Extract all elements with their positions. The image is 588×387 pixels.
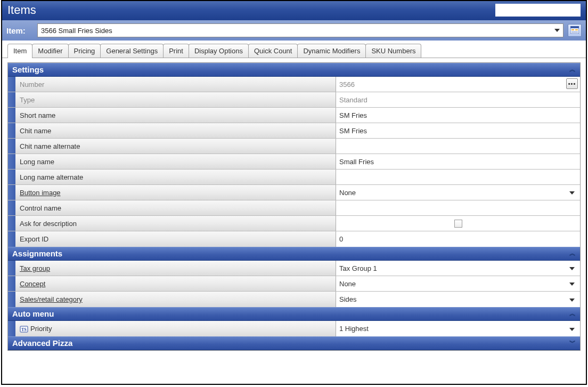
label-type: Type — [15, 92, 336, 107]
collapse-icon: ︽ — [569, 252, 576, 255]
value-chit-name[interactable]: SM Fries — [336, 123, 580, 138]
item-selector-row: Item: 3566 Small Fries Sides — [2, 20, 586, 41]
value-long-name[interactable]: Small Fries — [336, 154, 580, 169]
row-indicator — [8, 123, 15, 138]
row-indicator — [8, 139, 15, 154]
label-tax-group[interactable]: Tax group — [15, 261, 336, 276]
items-window: Items Item: 3566 Small Fries Sides Item … — [1, 0, 587, 385]
row-indicator — [8, 92, 15, 107]
label-control-name: Control name — [15, 200, 336, 215]
label-ask-for-description: Ask for description — [15, 216, 336, 231]
row-indicator — [8, 321, 15, 336]
titlebar: Items — [2, 1, 586, 20]
row-indicator — [8, 154, 15, 169]
tab-general-settings[interactable]: General Settings — [100, 44, 164, 58]
row-number: Number 3566 ••• — [8, 77, 580, 92]
row-indicator — [8, 261, 15, 276]
section-settings-header[interactable]: Settings ︽ — [8, 63, 580, 77]
section-settings-title: Settings — [12, 65, 569, 74]
row-long-name-alternate: Long name alternate — [8, 170, 580, 185]
chevron-down-icon — [569, 299, 575, 302]
collapse-icon: ︽ — [569, 312, 576, 316]
value-tax-group[interactable]: Tax Group 1 — [336, 261, 580, 276]
label-button-image[interactable]: Button image — [15, 185, 336, 200]
chevron-down-icon — [569, 328, 575, 331]
row-indicator — [8, 108, 15, 123]
value-number[interactable]: 3566 ••• — [336, 77, 580, 92]
row-indicator — [8, 292, 15, 307]
ask-description-checkbox[interactable] — [454, 220, 462, 228]
row-indicator — [8, 276, 15, 291]
row-indicator — [8, 200, 15, 215]
collapse-icon: ︽ — [569, 68, 576, 71]
label-concept[interactable]: Concept — [15, 276, 336, 291]
titlebar-field[interactable] — [495, 4, 581, 17]
label-number: Number — [15, 77, 336, 92]
row-short-name: Short name SM Fries — [8, 108, 580, 123]
section-advanced-pizza-header[interactable]: Advanced Pizza ︾ — [8, 336, 580, 350]
svg-rect-3 — [575, 29, 578, 30]
content-area: Settings ︽ Number 3566 ••• Type Standa — [2, 58, 586, 384]
item-detail-button[interactable] — [568, 24, 582, 37]
label-sales-retail-category[interactable]: Sales/retail category — [15, 292, 336, 307]
value-priority[interactable]: 1 Highest — [336, 321, 580, 336]
label-chit-name-alternate: Chit name alternate — [15, 139, 336, 154]
tab-sku-numbers[interactable]: SKU Numbers — [365, 44, 421, 58]
value-short-name[interactable]: SM Fries — [336, 108, 580, 123]
label-short-name: Short name — [15, 108, 336, 123]
tab-quick-count[interactable]: Quick Count — [248, 44, 298, 58]
item-select-value: 3566 Small Fries Sides — [41, 27, 112, 35]
svg-rect-1 — [570, 26, 579, 28]
value-chit-name-alternate[interactable] — [336, 139, 580, 154]
item-label: Item: — [6, 26, 33, 35]
row-chit-name-alternate: Chit name alternate — [8, 139, 580, 154]
ts-icon: TS — [20, 325, 28, 333]
expand-icon: ︾ — [569, 341, 576, 345]
label-priority: TS Priority — [15, 321, 336, 336]
chevron-down-icon — [569, 191, 575, 195]
row-tax-group: Tax group Tax Group 1 — [8, 261, 580, 276]
tab-item[interactable]: Item — [7, 44, 32, 58]
row-export-id: Export ID 0 — [8, 231, 580, 247]
chevron-down-icon — [569, 283, 575, 286]
section-auto-menu-header[interactable]: Auto menu ︽ — [8, 307, 580, 321]
value-long-name-alternate[interactable] — [336, 170, 580, 184]
row-indicator — [8, 231, 15, 247]
value-ask-for-description[interactable] — [336, 216, 580, 231]
item-select[interactable]: 3566 Small Fries Sides — [37, 23, 564, 37]
svg-rect-4 — [571, 31, 578, 33]
tab-modifier[interactable]: Modifier — [32, 44, 68, 58]
row-control-name: Control name — [8, 200, 580, 216]
row-priority: TS Priority 1 Highest — [8, 321, 580, 336]
section-auto-menu-rows: TS Priority 1 Highest — [8, 321, 580, 336]
row-indicator — [8, 170, 15, 184]
section-advanced-pizza-title: Advanced Pizza — [12, 338, 569, 348]
label-long-name-alternate: Long name alternate — [15, 170, 336, 184]
value-export-id[interactable]: 0 — [336, 231, 580, 247]
row-indicator — [8, 216, 15, 231]
value-type: Standard — [336, 92, 580, 107]
svg-rect-2 — [571, 29, 574, 30]
section-assignments-rows: Tax group Tax Group 1 Concept None — [8, 261, 580, 307]
property-panel: Settings ︽ Number 3566 ••• Type Standa — [7, 62, 581, 351]
tab-display-options[interactable]: Display Options — [189, 44, 249, 58]
value-concept[interactable]: None — [336, 276, 580, 291]
svg-text:TS: TS — [21, 327, 27, 332]
label-chit-name: Chit name — [15, 123, 336, 138]
value-control-name[interactable] — [336, 200, 580, 215]
row-ask-for-description: Ask for description — [8, 216, 580, 231]
section-assignments-header[interactable]: Assignments ︽ — [8, 247, 580, 261]
value-button-image[interactable]: None — [336, 185, 580, 200]
card-icon — [570, 26, 579, 35]
row-chit-name: Chit name SM Fries — [8, 123, 580, 139]
row-concept: Concept None — [8, 276, 580, 292]
chevron-down-icon — [569, 267, 575, 270]
tab-pricing[interactable]: Pricing — [68, 44, 101, 58]
value-sales-retail-category[interactable]: Sides — [336, 292, 580, 307]
tab-print[interactable]: Print — [163, 44, 189, 58]
section-auto-menu-title: Auto menu — [12, 309, 569, 318]
label-long-name: Long name — [15, 154, 336, 169]
row-type: Type Standard — [8, 92, 580, 108]
ellipsis-button[interactable]: ••• — [566, 78, 578, 89]
tab-dynamic-modifiers[interactable]: Dynamic Modifiers — [297, 44, 366, 58]
